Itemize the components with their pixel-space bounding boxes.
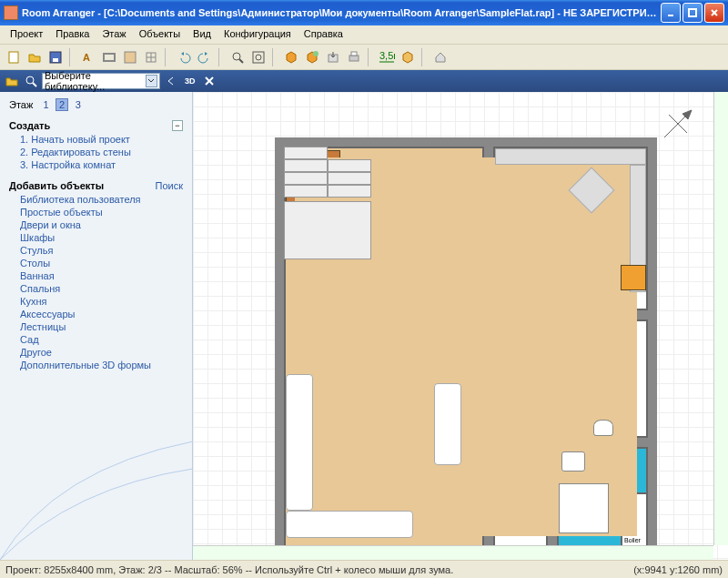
library-toolbar: Выберите библиотеку... 3D — [0, 70, 728, 92]
svg-text:A: A — [83, 52, 90, 63]
floor-label: Этаж — [9, 99, 33, 110]
sink[interactable] — [561, 451, 585, 472]
undo-button[interactable] — [174, 47, 194, 67]
main-toolbar: A 3,5m — [0, 45, 728, 70]
svg-line-24 — [33, 83, 36, 86]
status-left: Проект: 8255x8400 mm, Этаж: 2/3 -- Масшт… — [5, 564, 453, 575]
armchair[interactable] — [434, 383, 461, 465]
toilet[interactable] — [593, 420, 613, 436]
add-tables[interactable]: Столы — [20, 257, 192, 269]
zoom-fit-button[interactable] — [248, 47, 268, 67]
menu-floor[interactable]: Этаж — [96, 25, 132, 44]
svg-rect-6 — [53, 58, 58, 62]
shower[interactable] — [559, 483, 609, 533]
svg-text:3,5m: 3,5m — [379, 51, 395, 61]
menu-view[interactable]: Вид — [187, 25, 217, 44]
menu-project[interactable]: Проект — [4, 25, 49, 44]
svg-rect-15 — [253, 52, 264, 63]
create-room-settings[interactable]: 3. Настройка комнат — [20, 158, 192, 171]
floor-3[interactable]: 3 — [72, 99, 85, 110]
sofa-l[interactable] — [286, 374, 313, 511]
add-bathroom[interactable]: Ванная — [20, 269, 192, 282]
fridge[interactable] — [621, 265, 646, 290]
create-list: 1. Начать новый проект 2. Редактировать … — [0, 133, 192, 177]
compass-icon — [655, 101, 701, 147]
add-wardrobes[interactable]: Шкафы — [20, 231, 192, 244]
svg-rect-4 — [9, 52, 18, 63]
view3d-alt-button[interactable] — [302, 47, 322, 67]
rooms-button[interactable] — [120, 47, 140, 67]
menu-config[interactable]: Конфигурация — [217, 25, 298, 44]
lib-folder-icon[interactable] — [4, 73, 20, 89]
counter-top[interactable] — [495, 148, 646, 165]
menubar: Проект Правка Этаж Объекты Вид Конфигура… — [0, 25, 728, 45]
zoom-button[interactable] — [228, 47, 248, 67]
minimize-button[interactable] — [661, 3, 681, 23]
print-button[interactable] — [344, 47, 364, 67]
svg-rect-1 — [689, 9, 696, 16]
search-link[interactable]: Поиск — [156, 180, 183, 191]
add-simple-objects[interactable]: Простые объекты — [20, 206, 192, 218]
add-user-library[interactable]: Библиотека пользователя — [20, 193, 192, 206]
create-heading: Создать − — [0, 117, 192, 133]
add-doors-windows[interactable]: Двери и окна — [20, 218, 192, 231]
add-heading: Добавить объекты Поиск — [0, 177, 192, 193]
window-title: Room Arranger - [C:\Documents and Settin… — [22, 7, 661, 18]
create-new-project[interactable]: 1. Начать новый проект — [20, 133, 192, 146]
titlebar: Room Arranger - [C:\Documents and Settin… — [0, 0, 728, 25]
home-button[interactable] — [430, 47, 450, 67]
view3d-button[interactable] — [281, 47, 301, 67]
svg-line-14 — [239, 59, 243, 63]
svg-point-23 — [26, 76, 34, 84]
add-chairs[interactable]: Стулья — [20, 244, 192, 257]
create-edit-walls[interactable]: 2. Редактировать стены — [20, 146, 192, 158]
close-button[interactable] — [704, 3, 724, 23]
lib-prev-icon[interactable] — [163, 73, 179, 89]
3d-label[interactable]: 3D — [182, 76, 198, 86]
add-garden[interactable]: Сад — [20, 333, 192, 346]
save-button[interactable] — [46, 47, 66, 67]
svg-rect-20 — [351, 52, 357, 56]
floor-2[interactable]: 2 — [56, 98, 68, 111]
closet-label: Boiler — [624, 537, 641, 543]
add-other[interactable]: Другое — [20, 346, 192, 359]
redo-button[interactable] — [195, 47, 215, 67]
add-kitchen[interactable]: Кухня — [20, 295, 192, 308]
svg-rect-8 — [104, 54, 115, 61]
sofa-bottom[interactable] — [286, 511, 413, 538]
open-button[interactable] — [25, 47, 45, 67]
export-button[interactable] — [323, 47, 343, 67]
lib-search-icon[interactable] — [23, 73, 39, 89]
add-stairs[interactable]: Лестницы — [20, 320, 192, 333]
add-accessories[interactable]: Аксессуары — [20, 308, 192, 320]
add-bedroom[interactable]: Спальня — [20, 282, 192, 295]
box-button[interactable] — [398, 47, 418, 67]
add-list: Библиотека пользователя Простые объекты … — [0, 193, 192, 377]
menu-edit[interactable]: Правка — [49, 25, 96, 44]
maximize-button[interactable] — [682, 3, 703, 23]
add-3d-shapes[interactable]: Дополнительные 3D формы — [20, 359, 192, 371]
library-button[interactable] — [141, 47, 161, 67]
menu-help[interactable]: Справка — [298, 25, 349, 44]
scrollbar-vertical[interactable] — [713, 92, 728, 545]
collapse-icon[interactable]: − — [172, 120, 183, 131]
sidebar: Этаж 1 2 3 Создать − 1. Начать новый про… — [0, 92, 193, 560]
svg-point-17 — [313, 51, 318, 56]
measure-button[interactable]: 3,5m — [377, 47, 397, 67]
svg-rect-9 — [125, 52, 136, 63]
floor-1[interactable]: 1 — [40, 99, 53, 110]
canvas[interactable]: Boiler — [193, 92, 728, 560]
library-combo[interactable]: Выберите библиотеку... — [42, 73, 160, 89]
svg-rect-19 — [349, 56, 359, 61]
floorplan[interactable]: Boiler — [275, 137, 657, 556]
app-icon — [4, 5, 18, 20]
svg-point-13 — [233, 53, 240, 60]
chevron-down-icon — [146, 75, 157, 87]
new-button[interactable] — [4, 47, 24, 67]
lib-close-icon[interactable] — [201, 73, 217, 89]
status-coords: (x:9941 y:1260 mm) — [633, 564, 723, 575]
scrollbar-horizontal[interactable] — [193, 545, 713, 560]
menu-objects[interactable]: Объекты — [133, 25, 187, 44]
auto-button[interactable]: A — [78, 47, 98, 67]
walls-button[interactable] — [99, 47, 119, 67]
